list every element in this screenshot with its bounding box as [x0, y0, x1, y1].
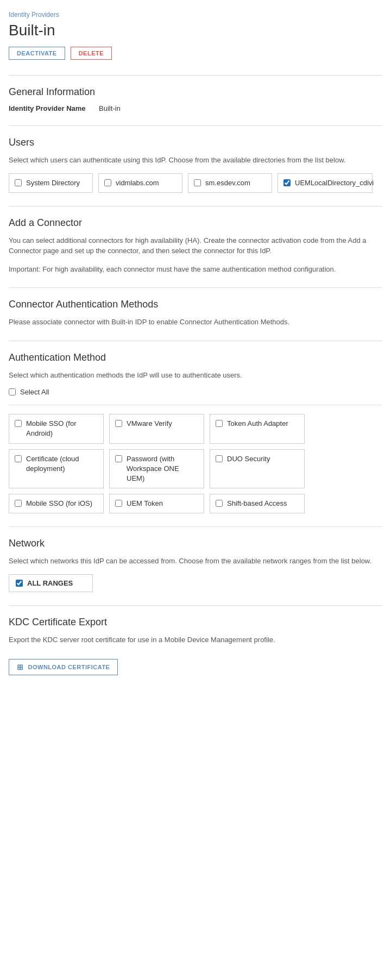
- auth-method-checkbox-m4[interactable]: [15, 455, 22, 462]
- auth-method-checkbox-m7[interactable]: [15, 500, 22, 507]
- network-range-checkbox-n1[interactable]: [16, 580, 23, 587]
- users-description: Select which users can authenticate usin…: [9, 155, 382, 166]
- network-list: ALL RANGES: [9, 574, 382, 592]
- select-all-label[interactable]: Select All: [20, 388, 49, 396]
- select-all-row: Select All: [9, 388, 382, 396]
- directory-checkbox-dir3[interactable]: [194, 179, 201, 186]
- breadcrumb: Identity Providers: [9, 11, 382, 18]
- divider-4: [9, 287, 382, 288]
- network-heading: Network: [9, 538, 382, 549]
- auth-method-checkbox-m3[interactable]: [216, 420, 223, 427]
- auth-method-item: Mobile SSO (for iOS): [9, 494, 104, 513]
- download-certificate-label: DOWNLOAD CERTIFICATE: [28, 664, 110, 670]
- auth-method-checkbox-m8[interactable]: [115, 500, 122, 507]
- divider-3: [9, 206, 382, 206]
- directory-checkbox-dir1[interactable]: [15, 179, 22, 186]
- directory-item: vidmlabs.com: [98, 173, 182, 193]
- directory-label-dir1[interactable]: System Directory: [26, 178, 80, 188]
- deactivate-button[interactable]: DEACTIVATE: [9, 47, 65, 60]
- auth-method-label-m5[interactable]: Password (with Workspace ONE UEM): [127, 454, 198, 484]
- kdc-heading: KDC Certificate Export: [9, 617, 382, 628]
- connector-auth-methods-desc: Please associate connector with Built-in…: [9, 317, 382, 328]
- auth-method-label-m1[interactable]: Mobile SSO (for Android): [26, 419, 98, 438]
- auth-method-label-m3[interactable]: Token Auth Adapter: [227, 419, 288, 429]
- auth-method-item: Certificate (cloud deployment): [9, 449, 104, 489]
- network-range-label-n1[interactable]: ALL RANGES: [27, 579, 73, 587]
- identity-provider-name-label: Identity Provider Name: [9, 104, 90, 112]
- identity-provider-name-row: Identity Provider Name Built-in: [9, 104, 382, 112]
- divider-5: [9, 341, 382, 341]
- divider-2: [9, 125, 382, 126]
- auth-method-label-m4[interactable]: Certificate (cloud deployment): [26, 454, 98, 474]
- divider-1: [9, 75, 382, 76]
- add-connector-desc2: Important: For high availability, each c…: [9, 264, 382, 275]
- auth-method-label-m6[interactable]: DUO Security: [227, 454, 270, 464]
- auth-method-item: Mobile SSO (for Android): [9, 414, 104, 443]
- select-all-checkbox[interactable]: [9, 388, 16, 395]
- directory-item: sm.esdev.com: [188, 173, 272, 193]
- page-title: Built-in: [9, 22, 382, 39]
- auth-method-item: Shift-based Access: [210, 494, 305, 513]
- auth-method-checkbox-m5[interactable]: [115, 455, 122, 462]
- kdc-section: KDC Certificate Export Export the KDC se…: [9, 617, 382, 676]
- auth-method-label-m8[interactable]: UEM Token: [127, 499, 163, 508]
- network-range-item: ALL RANGES: [9, 574, 93, 592]
- divider-7: [9, 605, 382, 606]
- auth-method-item: DUO Security: [210, 449, 305, 489]
- network-description: Select which networks this IdP can be ac…: [9, 556, 382, 567]
- download-icon: ⊞: [17, 663, 24, 671]
- auth-method-item: UEM Token: [109, 494, 204, 513]
- auth-method-checkbox-m1[interactable]: [15, 420, 22, 427]
- auth-method-item: VMware Verify: [109, 414, 204, 443]
- delete-button[interactable]: DELETE: [71, 47, 112, 60]
- identity-provider-name-value: Built-in: [99, 104, 121, 112]
- directory-label-dir3[interactable]: sm.esdev.com: [205, 178, 250, 188]
- directory-checkbox-dir4[interactable]: [283, 179, 291, 186]
- add-connector-heading: Add a Connector: [9, 217, 382, 229]
- auth-method-label-m2[interactable]: VMware Verify: [127, 419, 172, 429]
- directory-item: System Directory: [9, 173, 93, 193]
- users-heading: Users: [9, 137, 382, 148]
- action-buttons: DEACTIVATE DELETE: [9, 47, 382, 60]
- divider-6: [9, 526, 382, 527]
- divider-select-all: [9, 405, 382, 405]
- auth-method-checkbox-m6[interactable]: [216, 455, 223, 462]
- users-section: Users Select which users can authenticat…: [9, 137, 382, 193]
- directory-label-dir4[interactable]: UEMLocalDirectory_cdivi: [295, 178, 374, 188]
- auth-method-item: Token Auth Adapter: [210, 414, 305, 443]
- download-certificate-button[interactable]: ⊞ DOWNLOAD CERTIFICATE: [9, 659, 118, 675]
- auth-method-checkbox-m2[interactable]: [115, 420, 122, 427]
- network-section: Network Select which networks this IdP c…: [9, 538, 382, 592]
- kdc-description: Export the KDC server root certificate f…: [9, 635, 382, 645]
- directory-item: UEMLocalDirectory_cdivi: [278, 173, 373, 193]
- authentication-method-desc: Select which authentication methods the …: [9, 370, 382, 381]
- auth-method-item: Password (with Workspace ONE UEM): [109, 449, 204, 489]
- auth-method-label-m9[interactable]: Shift-based Access: [227, 499, 287, 508]
- authentication-method-heading: Authentication Method: [9, 352, 382, 363]
- auth-method-checkbox-m9[interactable]: [216, 500, 223, 507]
- add-connector-section: Add a Connector You can select additiona…: [9, 217, 382, 275]
- auth-method-label-m7[interactable]: Mobile SSO (for iOS): [26, 499, 92, 508]
- general-information-heading: General Information: [9, 86, 382, 98]
- auth-methods-list: Mobile SSO (for Android)VMware VerifyTok…: [9, 414, 382, 513]
- add-connector-desc1: You can select additional connectors for…: [9, 235, 382, 256]
- authentication-method-section: Authentication Method Select which authe…: [9, 352, 382, 514]
- connector-auth-methods-heading: Connector Authentication Methods: [9, 299, 382, 310]
- directory-list: System Directoryvidmlabs.comsm.esdev.com…: [9, 173, 382, 193]
- directory-checkbox-dir2[interactable]: [104, 179, 111, 186]
- connector-auth-methods-section: Connector Authentication Methods Please …: [9, 299, 382, 328]
- general-information-section: General Information Identity Provider Na…: [9, 86, 382, 112]
- directory-label-dir2[interactable]: vidmlabs.com: [116, 178, 159, 188]
